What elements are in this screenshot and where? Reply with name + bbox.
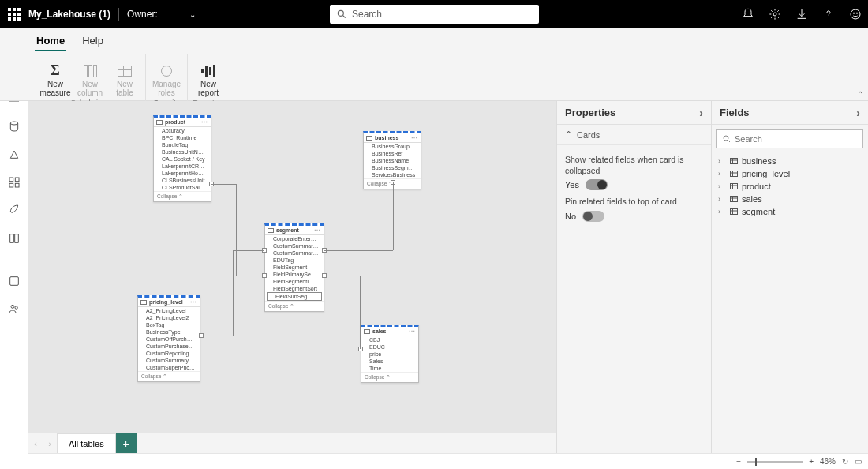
- tab-prev[interactable]: ‹: [28, 439, 43, 448]
- table-field[interactable]: FieldSegment: [265, 264, 324, 271]
- table-field[interactable]: FieldSubSegment: [267, 292, 322, 301]
- expand-icon: ›: [718, 208, 726, 216]
- table-field[interactable]: price: [361, 351, 418, 358]
- table-field[interactable]: CLSProductSalesaddedDevices: [154, 184, 211, 191]
- cards-section-header[interactable]: ⌃ Cards: [557, 125, 711, 145]
- table-field[interactable]: CustomOffPurchaseType: [138, 336, 200, 343]
- table-field[interactable]: CLSBusinessUnit: [154, 177, 211, 184]
- reset-zoom-icon[interactable]: ↻: [842, 457, 848, 466]
- table-field[interactable]: BusinessType: [138, 328, 200, 336]
- metrics-icon[interactable]: [7, 147, 21, 161]
- show-related-toggle[interactable]: [586, 179, 608, 190]
- collapse-link[interactable]: Collapse ⌃: [361, 372, 418, 382]
- search-icon: [336, 9, 347, 20]
- fields-item[interactable]: ›product: [712, 180, 868, 193]
- my-workspace-icon[interactable]: [7, 302, 21, 316]
- table-field[interactable]: BusinessGroup: [364, 143, 421, 150]
- more-icon[interactable]: ⋯: [201, 118, 208, 126]
- table-field[interactable]: Time: [361, 365, 418, 372]
- table-card-product[interactable]: product⋯ AccuracyBPCI RuntimeBundleTagBu…: [153, 115, 211, 202]
- table-field[interactable]: Sales: [361, 358, 418, 365]
- fields-item[interactable]: ›segment: [712, 205, 868, 218]
- table-icon: [156, 120, 163, 125]
- tab-home[interactable]: Home: [35, 32, 66, 51]
- collapse-fields[interactable]: ›: [856, 107, 860, 119]
- table-field[interactable]: CBJ: [361, 336, 418, 343]
- collapse-link[interactable]: Collapse ⌃: [138, 371, 200, 381]
- table-field[interactable]: FieldPrimarySegment: [265, 271, 324, 278]
- tab-next[interactable]: ›: [43, 439, 57, 448]
- more-icon[interactable]: ⋯: [409, 328, 416, 335]
- deploy-icon[interactable]: [7, 204, 21, 218]
- table-field[interactable]: EDUTag: [265, 257, 324, 264]
- fields-search-input[interactable]: [735, 134, 858, 144]
- table-field[interactable]: BundleTag: [154, 141, 211, 148]
- table-field[interactable]: EDUC: [361, 343, 418, 351]
- collapse-ribbon[interactable]: ⌃: [857, 90, 863, 99]
- apps-icon[interactable]: [7, 175, 21, 189]
- canvas-tab-all-tables[interactable]: All tables: [57, 433, 116, 454]
- table-card-segment[interactable]: segment⋯ CorporateEnterpriseTagCustomSum…: [264, 223, 324, 312]
- new-column-button[interactable]: New column: [73, 54, 107, 97]
- table-card-sales[interactable]: sales⋯ CBJEDUCpriceSalesTime Collapse ⌃: [361, 325, 419, 383]
- table-field[interactable]: A2_PricingLevel: [138, 307, 200, 314]
- more-icon[interactable]: ⋯: [190, 298, 197, 306]
- collapse-link[interactable]: Collapse ⌃: [265, 301, 324, 311]
- table-field[interactable]: ServicesBusiness: [364, 171, 421, 178]
- more-icon[interactable]: ⋯: [314, 227, 321, 234]
- table-field[interactable]: CustomPurchaseType: [138, 343, 200, 350]
- table-field[interactable]: CustomSummarySector: [265, 242, 324, 250]
- table-field[interactable]: CustomSummaryPurchaseType: [138, 357, 200, 364]
- learn-icon[interactable]: [7, 231, 21, 246]
- new-report-button[interactable]: New report: [191, 54, 226, 97]
- svg-point-0: [338, 10, 343, 16]
- new-measure-button[interactable]: Σ New measure: [38, 54, 73, 97]
- model-canvas[interactable]: product⋯ AccuracyBPCI RuntimeBundleTagBu…: [28, 101, 557, 453]
- table-field[interactable]: BPCI Runtime: [154, 134, 211, 141]
- table-field[interactable]: BusinessRef: [364, 150, 421, 157]
- table-card-pricing-level[interactable]: pricing_level⋯ A2_PricingLevelA2_Pricing…: [137, 295, 200, 382]
- fields-item[interactable]: ›business: [712, 155, 868, 167]
- rel-endpoint[interactable]: [358, 347, 363, 351]
- more-icon[interactable]: ⋯: [411, 134, 418, 141]
- add-tab-button[interactable]: +: [116, 433, 137, 454]
- table-field[interactable]: Accuracy: [154, 127, 211, 134]
- fields-search[interactable]: [716, 129, 863, 148]
- fit-to-screen-icon[interactable]: ▭: [855, 457, 862, 466]
- global-search[interactable]: Search: [330, 5, 539, 24]
- table-field[interactable]: LakerpermitCRMSold: [154, 163, 211, 170]
- table-field[interactable]: A2_PricingLevel2: [138, 314, 200, 321]
- table-field[interactable]: BusinessName: [364, 157, 421, 164]
- new-table-button[interactable]: New table: [107, 54, 142, 97]
- table-field[interactable]: FieldSegmentSort: [265, 285, 324, 292]
- table-field[interactable]: FieldSegmentI: [265, 278, 324, 285]
- feedback-icon[interactable]: [849, 8, 862, 21]
- collapse-link[interactable]: Collapse ⌃: [154, 191, 211, 201]
- app-launcher-icon[interactable]: [6, 6, 22, 22]
- table-field[interactable]: BusinessUnitName: [154, 148, 211, 156]
- collapse-properties[interactable]: ›: [699, 107, 703, 119]
- zoom-in[interactable]: +: [809, 457, 814, 466]
- table-field[interactable]: CorporateEnterpriseTag: [265, 235, 324, 242]
- help-icon[interactable]: [822, 8, 835, 21]
- settings-icon[interactable]: [769, 8, 781, 21]
- notifications-icon[interactable]: [742, 8, 754, 21]
- table-field[interactable]: BusinessSegmentName: [364, 164, 421, 171]
- zoom-out[interactable]: −: [736, 457, 741, 466]
- manage-roles-button[interactable]: Manage roles: [149, 54, 184, 97]
- owner-dropdown[interactable]: ⌄: [189, 10, 196, 19]
- pin-related-toggle[interactable]: [582, 211, 604, 222]
- table-field[interactable]: CustomSuperPricingLevel: [138, 364, 200, 371]
- table-field[interactable]: CustomReportingSummaryPurch: [138, 350, 200, 357]
- fields-item[interactable]: ›sales: [712, 193, 868, 205]
- table-field[interactable]: CustomSummarySegment: [265, 250, 324, 257]
- tab-help[interactable]: Help: [80, 32, 105, 51]
- zoom-slider[interactable]: [747, 461, 803, 463]
- fields-item[interactable]: ›pricing_level: [712, 167, 868, 180]
- table-field[interactable]: CAL Socket / Key: [154, 156, 211, 163]
- table-field[interactable]: LakerpermitHomel: [154, 170, 211, 177]
- download-icon[interactable]: [795, 8, 808, 21]
- workspaces-icon[interactable]: [7, 274, 21, 288]
- table-field[interactable]: BoxTag: [138, 321, 200, 328]
- data-hub-icon[interactable]: [7, 119, 21, 133]
